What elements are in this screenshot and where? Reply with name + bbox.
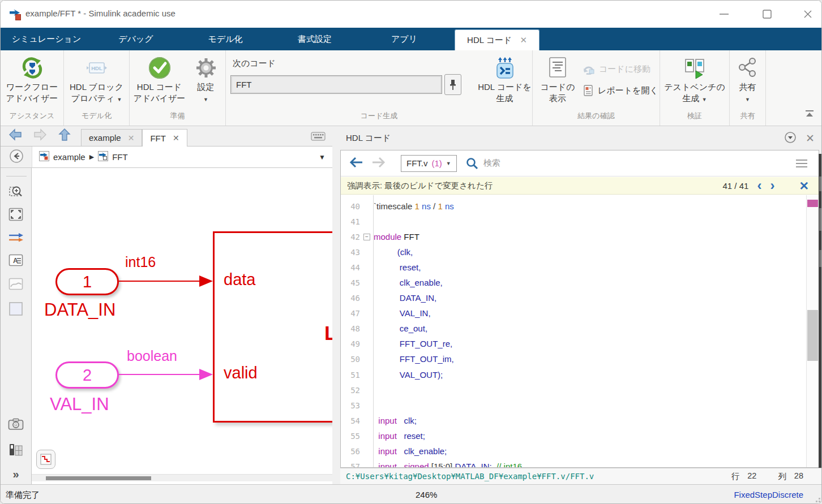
library-browser-button[interactable] (8, 443, 23, 459)
breadcrumb-dropdown-icon[interactable]: ▼ (319, 153, 326, 161)
simulink-app-icon (8, 8, 22, 24)
ribbon-tab-4[interactable]: アプリ (359, 28, 449, 50)
line-number-gutter: 43 (341, 248, 360, 257)
group-code-generation: 次のコード (226, 50, 533, 126)
ribbon-tab-2[interactable]: モデル化 (181, 28, 270, 50)
workflow-advisor-button[interactable]: ワークフロー アドバイザー (3, 56, 62, 111)
line-number-gutter: 57 (341, 462, 360, 467)
solver-name[interactable]: FixedStepDiscrete (734, 490, 803, 499)
inport-1-name: DATA_IN (44, 300, 115, 320)
code-line: 48 ce_out, (341, 321, 819, 337)
file-dropdown[interactable]: FFT.v (1) ▼ (401, 155, 457, 172)
generate-testbench-button[interactable]: テストベンチの 生成 ▼ (661, 56, 728, 111)
prev-change-button[interactable]: ‹ (757, 179, 761, 192)
area-box-button[interactable] (8, 301, 23, 318)
signal-line-data[interactable] (119, 281, 200, 282)
tab-hdl-code[interactable]: HDL コード ✕ (455, 29, 540, 50)
canvas-horizontal-scrollbar[interactable] (32, 474, 332, 481)
screenshot-button[interactable] (8, 418, 24, 433)
doc-tab-close-icon[interactable]: ✕ (128, 133, 135, 143)
doc-tab-fft[interactable]: FFT ✕ (142, 129, 187, 147)
doc-tab-example[interactable]: example ✕ (81, 129, 142, 146)
file-path: C:¥Users¥kitag¥Desktop¥MATLAB_DF¥example… (346, 472, 594, 481)
goto-code-icon (583, 63, 595, 75)
palette-toolbar: A » (1, 168, 32, 484)
scrollbar-thumb[interactable] (46, 476, 151, 480)
hdl-code-advisor-label: HDL コード (137, 82, 182, 92)
code-line: 46 DATA_IN, (341, 291, 819, 306)
code-document-icon (547, 56, 568, 80)
next-change-button[interactable]: › (770, 179, 774, 192)
code-line: 43 (clk, (341, 244, 819, 260)
settings-button[interactable]: 設定▼ (189, 56, 224, 111)
code-line: 47 VAL_IN, (341, 306, 819, 321)
line-number-gutter: 50 (341, 355, 360, 364)
close-highlight-icon[interactable]: ✕ (799, 180, 809, 192)
panel-close-icon[interactable]: ✕ (806, 132, 815, 145)
keyboard-shortcuts-icon[interactable] (311, 132, 326, 143)
inport-block-2[interactable]: 2 (55, 361, 119, 389)
next-code-label: 次のコード (233, 58, 461, 69)
resize-grip[interactable] (814, 496, 820, 502)
model-pane: example ✕ FFT ✕ (1, 126, 332, 484)
share-button[interactable]: 共有▼ (731, 56, 765, 111)
panel-menu-button[interactable] (784, 131, 797, 145)
group-prepare: HDL コード アドバイザー 設定▼ (130, 50, 226, 126)
pin-button[interactable] (444, 74, 461, 95)
annotation-button[interactable]: A (8, 254, 23, 269)
code-line: 54 input clk; (341, 413, 819, 428)
up-to-parent-button[interactable] (58, 128, 71, 144)
share-icon (737, 56, 759, 80)
show-code-button[interactable]: コードの 表示 (536, 56, 579, 111)
collapse-ribbon-button[interactable] (804, 110, 815, 120)
code-search[interactable]: 検索 (466, 157, 796, 170)
code-line: 53 (341, 398, 819, 413)
code-back-button[interactable] (349, 157, 363, 170)
code-vertical-scrollbar[interactable] (806, 195, 819, 467)
fit-to-view-button[interactable] (8, 208, 23, 223)
code-menu-icon[interactable] (796, 160, 807, 167)
forward-arrow-button[interactable] (33, 128, 47, 143)
maximize-button[interactable] (759, 6, 775, 22)
signal-line-valid[interactable] (119, 374, 200, 375)
breadcrumb-root[interactable]: example (53, 152, 85, 162)
signal-type-int16: int16 (125, 254, 156, 270)
hdl-block-properties-button[interactable]: HDL HDL ブロック プロパティ ▼ (67, 56, 126, 111)
next-code-input[interactable] (230, 75, 442, 94)
tab-close-icon[interactable]: ✕ (520, 35, 527, 45)
signal-arrowhead-valid (199, 369, 213, 380)
expand-palette-button[interactable]: » (12, 468, 19, 481)
zoom-region-button[interactable] (8, 184, 23, 201)
open-report-button[interactable]: レポートを開く (583, 83, 658, 98)
ribbon-tab-bar: シミュレーションデバッグモデル化書式設定アプリ HDL コード ✕ »☆ ▼ (1, 28, 822, 50)
sample-time-legend-button[interactable] (36, 450, 55, 469)
line-number-gutter: 42 (341, 232, 360, 242)
breadcrumb-separator-icon: ▶ (89, 153, 94, 161)
close-button[interactable] (800, 6, 816, 22)
code-line: 40`timescale 1 ns / 1 ns (341, 199, 819, 214)
ribbon-tab-3[interactable]: 書式設定 (270, 28, 359, 50)
ribbon-tab-0[interactable]: シミュレーション (2, 28, 91, 50)
breadcrumb-current[interactable]: FFT (112, 152, 128, 162)
fold-toggle-icon[interactable]: − (363, 234, 370, 240)
title-bar: example/FFT * - Simulink academic use (1, 1, 822, 28)
group-review-results: コードの 表示 コードに移動 (533, 50, 660, 126)
doc-tab-close-icon[interactable]: ✕ (173, 133, 179, 143)
back-arrow-button[interactable] (8, 128, 22, 143)
signal-routing-button[interactable] (8, 232, 24, 245)
fft-subsystem-block[interactable]: data valid (213, 231, 332, 423)
scrollbar-thumb[interactable] (807, 310, 818, 361)
model-canvas[interactable]: data valid L 1 DATA_IN int16 2 VAL_IN bo… (32, 168, 332, 484)
code-line: 57 input signed [15:0] DATA_IN; // int16 (341, 459, 819, 467)
ribbon-tab-1[interactable]: デバッグ (91, 28, 181, 50)
generate-hdl-button[interactable]: HDL コードを 生成 (477, 56, 532, 111)
inport-block-1[interactable]: 1 (55, 268, 119, 295)
simulink-window: example/FFT * - Simulink academic use シミ… (0, 0, 822, 504)
workflow-advisor-label: ワークフロー (6, 82, 58, 92)
hide-browser-button[interactable] (9, 149, 24, 166)
minimize-button[interactable] (716, 6, 732, 22)
image-button[interactable] (8, 278, 23, 292)
code-area[interactable]: 40`timescale 1 ns / 1 ns4142−module FFT4… (341, 195, 819, 467)
hdl-block-props-label: HDL ブロック (70, 82, 123, 92)
hdl-code-advisor-button[interactable]: HDL コード アドバイザー (132, 56, 187, 111)
